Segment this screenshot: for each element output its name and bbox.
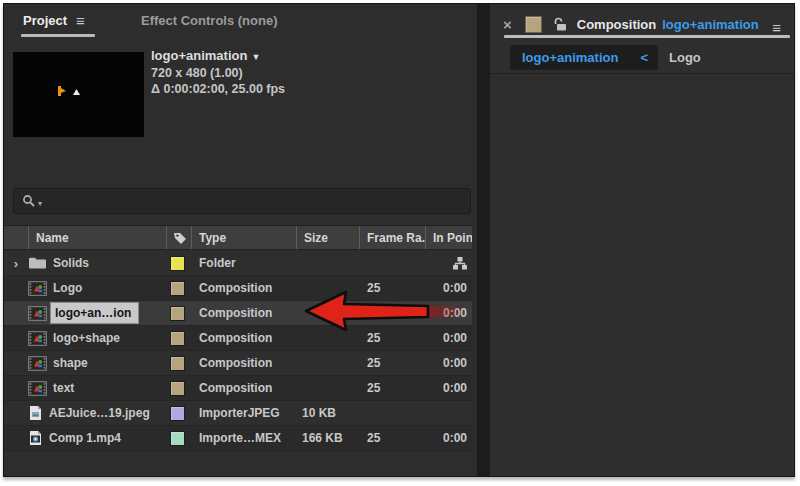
table-row-solids[interactable]: › Solids Folder xyxy=(4,251,472,276)
label-color-swatch[interactable] xyxy=(170,356,185,371)
tab-effect-controls[interactable]: Effect Controls (none) xyxy=(141,13,278,28)
panel-menu-icon[interactable]: ≡ xyxy=(772,20,781,35)
composition-name: logo+animation xyxy=(151,48,247,63)
composition-icon xyxy=(28,281,47,296)
close-icon[interactable]: × xyxy=(503,16,512,33)
composition-panel: × Composition logo+animation ≡ logo+anim… xyxy=(490,4,794,476)
item-frame-rate: 25 xyxy=(359,376,425,400)
search-input[interactable]: ▾ xyxy=(13,188,471,214)
item-name-rename-field[interactable]: logo+an…ion xyxy=(50,302,139,324)
label-color-swatch[interactable] xyxy=(170,431,185,446)
item-type: Importe…MEX xyxy=(191,426,296,450)
item-type: Composition xyxy=(191,301,296,325)
item-size xyxy=(296,326,359,350)
tab-project-label: Project xyxy=(23,13,67,28)
table-row-logo-shape[interactable]: logo+shape Composition 25 0:00 xyxy=(4,326,472,351)
composition-duration: Δ 0:00:02:00, 25.00 fps xyxy=(151,81,285,97)
composition-dimensions: 720 x 480 (1.00) xyxy=(151,65,285,81)
item-frame-rate xyxy=(359,401,425,425)
preview-thumbnail xyxy=(13,52,144,137)
column-header-in-point[interactable]: In Point xyxy=(425,226,472,249)
project-panel: Project ≡ Effect Controls (none) logo+an… xyxy=(4,4,477,476)
breadcrumb-back-icon[interactable]: < xyxy=(640,50,648,65)
item-type: Composition xyxy=(191,351,296,375)
item-name: shape xyxy=(53,356,88,370)
item-size: 10 KB xyxy=(296,401,359,425)
thumbnail-orange-logo-icon xyxy=(56,85,69,98)
table-row-text[interactable]: text Composition 25 0:00 xyxy=(4,376,472,401)
item-size: 166 KB xyxy=(296,426,359,450)
item-in-point: 0:00 xyxy=(425,351,472,375)
label-color-swatch[interactable] xyxy=(170,256,185,271)
item-type: Folder xyxy=(191,251,296,275)
label-color-swatch[interactable] xyxy=(170,406,185,421)
item-name: text xyxy=(53,381,74,395)
composition-info: logo+animation▼ 720 x 480 (1.00) Δ 0:00:… xyxy=(151,48,285,97)
item-in-point: 0:00 xyxy=(425,301,472,325)
composition-icon xyxy=(28,331,47,346)
mp4-file-icon xyxy=(28,430,43,446)
label-color-swatch[interactable] xyxy=(170,281,185,296)
item-name: Logo xyxy=(53,281,82,295)
item-type: ImporterJPEG xyxy=(191,401,296,425)
table-row-aejuice-jpeg[interactable]: AEJuice…19.jpeg ImporterJPEG 10 KB xyxy=(4,401,472,426)
composition-breadcrumb: logo+animation < Logo xyxy=(490,44,794,70)
panel-title[interactable]: Composition xyxy=(577,17,656,32)
item-in-point: 0:00 xyxy=(425,426,472,450)
composition-icon xyxy=(28,356,47,371)
composition-name-dropdown[interactable]: logo+animation▼ xyxy=(151,48,285,65)
panel-color-swatch[interactable] xyxy=(525,16,542,33)
breadcrumb-previous-tab[interactable]: Logo xyxy=(669,50,701,65)
item-type: Composition xyxy=(191,326,296,350)
project-table-header: Name Type Size Frame Ra.. In Point xyxy=(4,225,472,250)
column-header-type[interactable]: Type xyxy=(191,226,296,249)
after-effects-window: Project ≡ Effect Controls (none) logo+an… xyxy=(3,3,795,477)
item-frame-rate: 25 xyxy=(359,351,425,375)
item-size xyxy=(296,301,359,325)
panel-menu-icon[interactable]: ≡ xyxy=(76,13,85,28)
column-header-name[interactable]: Name xyxy=(28,226,166,249)
item-name: logo+shape xyxy=(53,331,120,345)
item-in-point: 0:00 xyxy=(425,276,472,300)
item-in-point xyxy=(425,401,472,425)
sitemap-icon[interactable] xyxy=(452,256,468,271)
label-color-swatch[interactable] xyxy=(170,381,185,396)
breadcrumb-current-label: logo+animation xyxy=(522,50,618,65)
item-name: AEJuice…19.jpeg xyxy=(49,406,150,420)
dropdown-arrow-icon: ▼ xyxy=(251,52,260,62)
project-item-list: › Solids Folder xyxy=(4,251,472,451)
item-in-point: 0:00 xyxy=(425,326,472,350)
panel-title-comp-name[interactable]: logo+animation xyxy=(662,17,758,32)
table-row-comp1-mp4[interactable]: Comp 1.mp4 Importe…MEX 166 KB 25 0:00 xyxy=(4,426,472,451)
jpeg-file-icon xyxy=(28,405,43,421)
thumbnail-white-caret-icon xyxy=(72,88,81,96)
composition-viewer-empty-area xyxy=(490,74,794,476)
item-frame-rate: 25 xyxy=(359,276,425,300)
tab-project[interactable]: Project ≡ xyxy=(23,13,85,28)
panel-divider[interactable] xyxy=(477,4,490,476)
label-color-swatch[interactable] xyxy=(170,331,185,346)
column-header-label[interactable] xyxy=(166,226,191,249)
composition-icon xyxy=(28,306,47,321)
table-row-logo-animation-selected[interactable]: logo+an…ion Composition 25 0:00 xyxy=(4,301,472,326)
item-size xyxy=(296,251,359,275)
item-name: Comp 1.mp4 xyxy=(49,431,121,445)
item-type: Composition xyxy=(191,276,296,300)
column-header-frame-rate[interactable]: Frame Ra.. xyxy=(359,226,425,249)
label-color-swatch[interactable] xyxy=(170,306,185,321)
header-spacer xyxy=(4,226,28,249)
unlock-icon[interactable] xyxy=(554,17,568,32)
folder-icon xyxy=(28,256,47,270)
left-panel-tabbar: Project ≡ Effect Controls (none) xyxy=(4,4,477,44)
column-header-size[interactable]: Size xyxy=(296,226,359,249)
table-row-logo[interactable]: Logo Composition 25 0:00 xyxy=(4,276,472,301)
item-frame-rate xyxy=(359,251,425,275)
item-size xyxy=(296,351,359,375)
active-panel-underline xyxy=(504,35,790,38)
item-frame-rate: 25 xyxy=(359,326,425,350)
item-size xyxy=(296,376,359,400)
table-row-shape[interactable]: shape Composition 25 0:00 xyxy=(4,351,472,376)
breadcrumb-current-tab[interactable]: logo+animation < xyxy=(510,45,658,70)
search-options-icon[interactable]: ▾ xyxy=(38,199,42,208)
active-tab-underline xyxy=(21,34,95,37)
